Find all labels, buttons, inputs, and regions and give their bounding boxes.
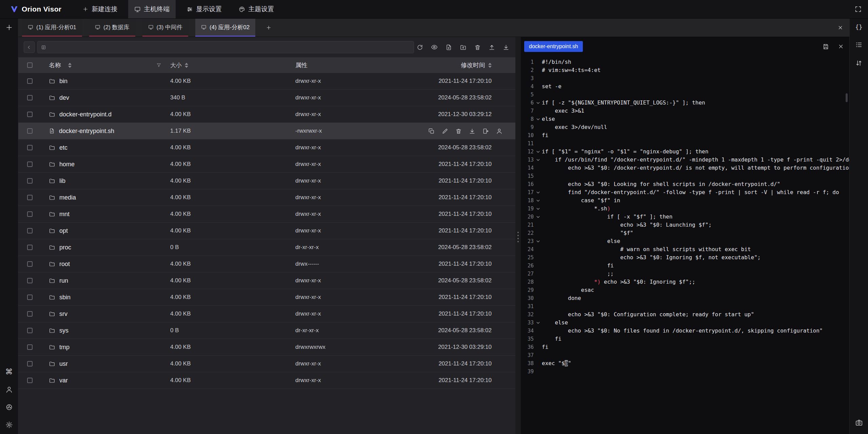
fold-icon[interactable] xyxy=(534,101,542,105)
code-text[interactable]: echo >&3 "$0: Configuration complete; re… xyxy=(542,310,754,319)
code-text[interactable]: "$f" xyxy=(542,229,633,237)
new-terminal-tab-button[interactable] xyxy=(262,19,275,37)
new-tab-plus-icon[interactable] xyxy=(5,23,13,32)
file-name[interactable]: etc xyxy=(59,144,67,151)
table-row[interactable]: opt 4.00 KB drwxr-xr-x 2021-11-24 17:20:… xyxy=(18,223,515,239)
table-row[interactable]: dev 340 B drwxr-xr-x 2024-05-28 23:58:02 xyxy=(18,90,515,106)
code-text[interactable]: # warn on shell scripts without exec bit xyxy=(542,245,751,253)
edit-pencil-icon[interactable] xyxy=(442,128,448,134)
table-row[interactable]: etc 4.00 KB drwxr-xr-x 2024-05-28 23:58:… xyxy=(18,139,515,156)
user-icon[interactable] xyxy=(5,386,13,393)
path-input-box[interactable] xyxy=(37,41,414,53)
editor-scrollbar-thumb[interactable] xyxy=(846,93,848,102)
code-text[interactable]: echo >&3 "$0: Ignoring $f, not executabl… xyxy=(542,253,761,262)
row-checkbox[interactable] xyxy=(27,95,33,100)
file-name[interactable]: root xyxy=(59,261,70,268)
select-all-checkbox[interactable] xyxy=(27,62,33,68)
code-text[interactable]: if [ -z "${NGINX_ENTRYPOINT_QUIET_LOGS:-… xyxy=(542,99,705,107)
file-name[interactable]: opt xyxy=(59,227,68,234)
table-row[interactable]: mnt 4.00 KB drwxr-xr-x 2021-11-24 17:20:… xyxy=(18,206,515,223)
move-file-icon[interactable] xyxy=(482,128,489,134)
file-name[interactable]: home xyxy=(59,161,75,168)
theme-icon[interactable] xyxy=(5,403,13,411)
path-input[interactable] xyxy=(49,44,410,50)
file-name[interactable]: var xyxy=(59,377,68,384)
row-checkbox[interactable] xyxy=(27,261,33,267)
file-name[interactable]: docker-entrypoint.sh xyxy=(59,128,114,135)
file-name[interactable]: sbin xyxy=(59,294,71,301)
code-text[interactable]: fi xyxy=(542,131,548,139)
row-checkbox[interactable] xyxy=(27,378,33,383)
table-row[interactable]: usr 4.00 KB drwxr-xr-x 2021-11-24 17:20:… xyxy=(18,356,515,372)
table-row[interactable]: root 4.00 KB drwx------ 2021-11-24 17:20… xyxy=(18,256,515,272)
fold-icon[interactable] xyxy=(534,117,542,121)
sort-size-icon[interactable] xyxy=(185,63,188,68)
file-name[interactable]: proc xyxy=(59,244,71,251)
table-row[interactable]: sbin 4.00 KB drwxr-xr-x 2021-11-24 17:20… xyxy=(18,289,515,306)
file-name[interactable]: media xyxy=(59,194,76,201)
copy-icon[interactable] xyxy=(428,128,435,134)
terminal-tab-1[interactable]: (1) 应用-分析01 xyxy=(22,19,82,37)
file-name[interactable]: tmp xyxy=(59,344,70,351)
code-text[interactable]: case "$f" in xyxy=(542,196,620,205)
row-checkbox[interactable] xyxy=(27,228,33,233)
code-text[interactable]: if [ "$1" = "nginx" -o "$1" = "nginx-deb… xyxy=(542,148,708,156)
table-row[interactable]: srv 4.00 KB drwxr-xr-x 2021-11-24 17:20:… xyxy=(18,306,515,322)
code-text[interactable]: echo >&3 "$0: Looking for shell scripts … xyxy=(542,180,780,188)
delete-icon[interactable] xyxy=(455,128,462,134)
row-checkbox[interactable] xyxy=(27,128,33,134)
code-text[interactable]: fi xyxy=(542,262,614,270)
table-row[interactable]: media 4.00 KB drwxr-xr-x 2021-11-24 17:2… xyxy=(18,189,515,206)
download-icon[interactable] xyxy=(469,128,475,134)
table-row[interactable]: bin 4.00 KB drwxr-xr-x 2021-11-24 17:20:… xyxy=(18,73,515,90)
sort-mtime-icon[interactable] xyxy=(488,63,492,68)
code-text[interactable]: echo >&3 "$0: Launching $f"; xyxy=(542,221,712,229)
row-checkbox[interactable] xyxy=(27,178,33,184)
file-name[interactable]: usr xyxy=(59,360,68,367)
terminal-tab-2[interactable]: (2) 数据库 xyxy=(89,19,135,37)
code-text[interactable]: esac xyxy=(542,286,594,294)
file-name[interactable]: lib xyxy=(59,177,65,185)
code-text[interactable]: ;; xyxy=(542,270,614,278)
download-icon[interactable] xyxy=(503,44,509,51)
row-checkbox[interactable] xyxy=(27,211,33,217)
command-list-icon[interactable] xyxy=(855,41,863,49)
nav-new-connection[interactable]: 新建连接 xyxy=(76,0,123,18)
refresh-icon[interactable] xyxy=(417,44,423,51)
nav-theme-settings[interactable]: 主题设置 xyxy=(233,0,280,18)
table-row[interactable]: sys 0 B dr-xr-xr-x 2024-05-28 23:58:02 xyxy=(18,322,515,339)
row-checkbox[interactable] xyxy=(27,278,33,283)
fold-icon[interactable] xyxy=(534,239,542,243)
new-file-icon[interactable] xyxy=(446,44,452,51)
code-text[interactable]: find "/docker-entrypoint.d/" -follow -ty… xyxy=(542,188,839,196)
delete-icon[interactable] xyxy=(474,44,481,51)
code-text[interactable]: *.sh) xyxy=(542,205,610,213)
nav-host-terminal[interactable]: 主机终端 xyxy=(128,0,176,18)
panel-splitter[interactable] xyxy=(515,37,521,434)
column-header-mtime[interactable]: 修改时间 xyxy=(417,61,515,69)
table-row[interactable]: lib 4.00 KB drwxr-xr-x 2021-11-24 17:20:… xyxy=(18,173,515,189)
back-button[interactable] xyxy=(24,41,35,53)
fold-icon[interactable] xyxy=(534,150,542,154)
row-checkbox[interactable] xyxy=(27,78,33,84)
editor-file-tab[interactable]: docker-entrypoint.sh xyxy=(524,41,583,52)
permission-user-icon[interactable] xyxy=(496,128,502,134)
code-text[interactable]: else xyxy=(542,319,568,327)
table-row[interactable]: docker-entrypoint.sh 1.17 KB -rwxrwxr-x xyxy=(18,123,515,139)
code-text[interactable]: exec 3>/dev/null xyxy=(542,123,607,131)
fold-icon[interactable] xyxy=(534,190,542,194)
code-text[interactable]: done xyxy=(542,294,581,302)
code-text[interactable]: exec "$@" xyxy=(542,359,571,367)
code-text[interactable]: echo >&3 "$0: No files found in /docker-… xyxy=(542,327,823,335)
file-name[interactable]: bin xyxy=(59,78,67,85)
code-text[interactable]: if /usr/bin/find "/docker-entrypoint.d/"… xyxy=(542,156,849,164)
row-checkbox[interactable] xyxy=(27,295,33,300)
file-name[interactable]: sys xyxy=(59,327,68,334)
fold-icon[interactable] xyxy=(534,207,542,211)
terminal-tab-4[interactable]: (4) 应用-分析02 xyxy=(195,19,255,37)
shortcut-keys-icon[interactable]: ⌘ xyxy=(5,368,13,376)
column-header-size[interactable]: 大小 xyxy=(170,61,295,69)
save-icon[interactable] xyxy=(823,43,829,50)
filter-icon[interactable] xyxy=(156,63,161,68)
settings-gear-icon[interactable] xyxy=(5,421,13,429)
